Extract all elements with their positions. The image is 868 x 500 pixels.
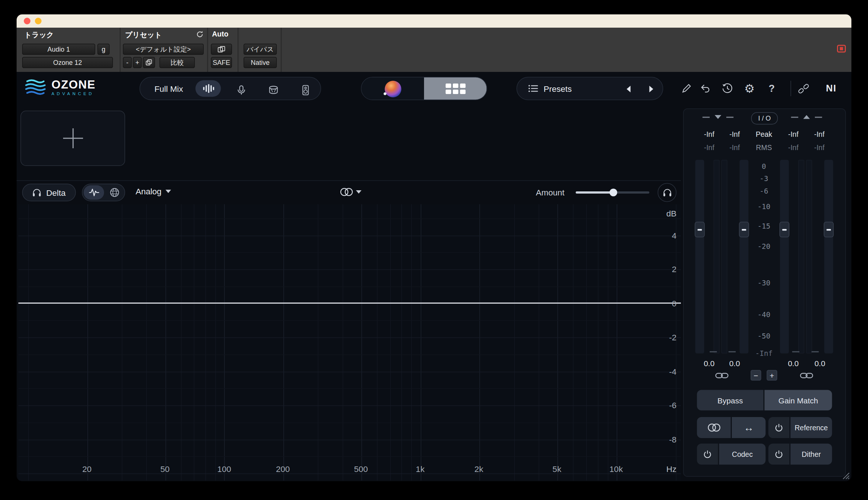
clip-indicator <box>710 351 717 353</box>
io-badge[interactable]: I / O <box>751 112 778 125</box>
native-button[interactable]: Native <box>244 57 277 68</box>
headphones-icon <box>662 188 672 197</box>
hz-unit-label: Hz <box>666 464 676 474</box>
host-separator <box>238 28 239 72</box>
preset-plus-button[interactable]: + <box>133 57 142 68</box>
output-link-button[interactable] <box>800 372 813 379</box>
view-grid-segment[interactable] <box>424 77 487 100</box>
codec-button[interactable]: Codec <box>719 444 766 465</box>
amount-slider-fill <box>576 191 613 194</box>
tab-full-mix[interactable]: Full Mix <box>155 84 183 93</box>
rms-value: -Inf <box>780 143 807 152</box>
peak-label[interactable]: Peak <box>751 130 777 139</box>
bypass-gainmatch-group: Bypass Gain Match <box>697 390 832 411</box>
gain-match-button[interactable]: Gain Match <box>765 390 832 411</box>
host-bypass-button[interactable]: バイパス <box>244 44 277 55</box>
record-enable-icon[interactable] <box>837 45 846 53</box>
collapse-right-control[interactable] <box>791 115 822 119</box>
close-button[interactable] <box>24 18 31 24</box>
toolbar-separator <box>790 81 791 96</box>
clip-indicator <box>812 351 819 353</box>
add-module-button[interactable] <box>21 111 125 166</box>
eq-graph[interactable]: dB 4 2 0 -2 -4 -6 -8 20 50 100 200 500 1… <box>18 204 681 481</box>
meter-scale-tick: -50 <box>747 332 781 340</box>
filter-mode-dropdown[interactable]: Analog <box>136 187 171 196</box>
tab-eq-module[interactable] <box>196 80 221 97</box>
help-button[interactable]: ? <box>764 81 779 96</box>
gain-minus-button[interactable]: − <box>751 370 761 381</box>
codec-power-button[interactable] <box>697 444 718 465</box>
history-button[interactable] <box>720 81 735 96</box>
plugin-body: OZONE ADVANCED Full Mix <box>17 72 851 481</box>
titlebar[interactable] <box>17 14 851 28</box>
delta-button[interactable]: Delta <box>22 184 76 201</box>
reference-group: Reference <box>768 417 832 438</box>
undo-button[interactable] <box>698 81 713 96</box>
link-icon <box>715 372 728 379</box>
db-tick: -2 <box>654 333 676 342</box>
plus-icon <box>61 126 85 150</box>
tab-vocal-module[interactable] <box>234 83 249 98</box>
meter-area: 0 -3 -6 -10 -15 -20 -30 -40 -50 -Inf <box>684 160 847 354</box>
plugin-selector[interactable]: Ozone 12 <box>22 57 113 68</box>
meter-scale-tick: -Inf <box>747 349 781 358</box>
waveform-view-tab[interactable] <box>84 185 104 200</box>
rms-label[interactable]: RMS <box>751 143 777 152</box>
minimize-button[interactable] <box>35 18 42 24</box>
bypass-button[interactable]: Bypass <box>697 390 764 411</box>
safe-button[interactable]: SAFE <box>211 57 232 68</box>
resize-handle[interactable] <box>841 471 850 480</box>
db-unit-label: dB <box>654 209 676 218</box>
input-link-button[interactable] <box>715 372 728 379</box>
track-selector[interactable]: Audio 1 <box>22 44 95 55</box>
reference-button[interactable]: Reference <box>790 417 832 438</box>
dash-icon <box>791 117 799 118</box>
tab-instrument-module[interactable] <box>298 83 313 98</box>
compare-button[interactable]: 比較 <box>159 57 195 68</box>
group-button[interactable]: g <box>97 44 110 55</box>
audition-button[interactable] <box>658 183 676 202</box>
dither-power-button[interactable] <box>768 444 789 465</box>
edit-button[interactable] <box>679 81 694 96</box>
preset-copy-button[interactable] <box>143 57 155 68</box>
db-tick: 2 <box>654 264 676 274</box>
stereo-mode-button[interactable] <box>697 417 731 438</box>
tab-drums-module[interactable] <box>266 83 281 98</box>
headphones-icon <box>32 188 42 197</box>
preset-minus-button[interactable]: - <box>123 57 132 68</box>
triangle-up-icon <box>803 115 810 119</box>
presets-bar: Presets <box>517 77 664 100</box>
settings-button[interactable]: ⚙ <box>742 81 757 96</box>
amount-slider[interactable] <box>576 191 650 194</box>
gain-plus-button[interactable]: + <box>767 370 778 381</box>
dither-button[interactable]: Dither <box>790 444 832 465</box>
width-mode-button[interactable]: ↔ <box>732 417 766 438</box>
help-icon: ? <box>769 83 775 94</box>
output-fader-track-left[interactable] <box>780 160 789 354</box>
output-fader-handle-right[interactable] <box>824 222 834 237</box>
globe-view-tab[interactable] <box>104 185 125 200</box>
input-fader-track-left[interactable] <box>695 160 704 354</box>
presets-label[interactable]: Presets <box>544 84 572 93</box>
db-tick: -6 <box>654 400 676 410</box>
auto-enable-button[interactable] <box>211 44 232 55</box>
dither-group: Dither <box>768 444 832 465</box>
chevron-down-icon <box>165 190 171 193</box>
view-sphere-segment[interactable] <box>362 77 424 100</box>
preset-list-icon <box>528 85 538 93</box>
preset-reload-icon[interactable] <box>196 31 204 38</box>
input-fader-handle-left[interactable] <box>695 222 705 237</box>
drum-icon <box>268 85 279 96</box>
amount-slider-knob[interactable] <box>610 189 617 197</box>
next-preset-button[interactable] <box>648 85 655 94</box>
output-fader-track-right[interactable] <box>824 160 833 354</box>
reference-power-button[interactable] <box>768 417 789 438</box>
ozone-logo-icon <box>25 78 46 97</box>
clip-indicator <box>728 351 736 353</box>
preset-selector[interactable]: <デフォルト設定> <box>123 44 204 55</box>
resize-link-button[interactable] <box>796 81 812 96</box>
output-fader-handle-left[interactable] <box>779 222 789 237</box>
prev-preset-button[interactable] <box>626 85 632 94</box>
stereo-placement-dropdown[interactable] <box>340 187 362 197</box>
collapse-left-control[interactable] <box>703 115 734 119</box>
